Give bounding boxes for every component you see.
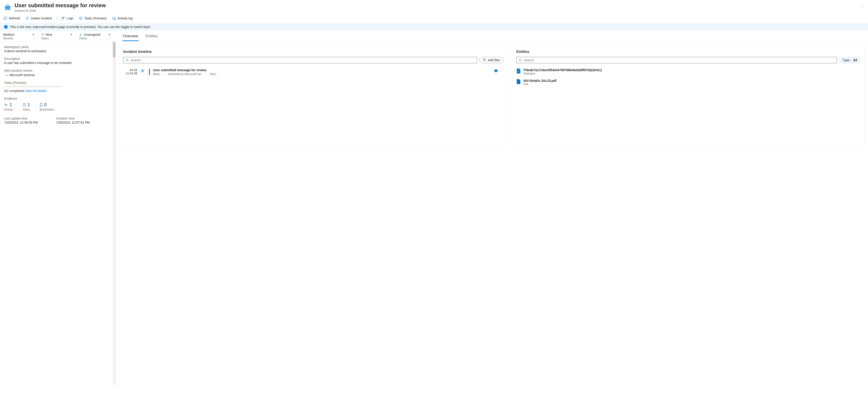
chevron-down-icon: ▼: [70, 33, 72, 36]
incident-icon: [4, 4, 11, 11]
preview-info-banner: i This is the new, improved incident pag…: [0, 23, 868, 31]
svg-point-25: [519, 59, 521, 61]
timeline-item-tactics: Tacti...: [210, 72, 218, 76]
incident-details-panel: Workspace name rl-demo-sentinel-la-works…: [0, 41, 116, 385]
entity-type-filter[interactable]: Type : All: [839, 57, 861, 63]
tab-overview[interactable]: Overview: [123, 33, 138, 41]
search-icon: [519, 59, 522, 62]
bookmark-icon: [39, 103, 43, 107]
alert-product-item: Microsoft Sentinel: [9, 73, 112, 77]
workspace-name-value: rl-demo-sentinel-la-workspace: [4, 49, 112, 53]
timeline-item-time: 11:52:49: [123, 72, 137, 75]
refresh-button[interactable]: Refresh: [1, 15, 23, 22]
timeline-title: Incident timeline: [123, 50, 504, 54]
tasks-progress-bar: [4, 86, 63, 87]
svg-point-4: [63, 17, 64, 18]
svg-line-13: [43, 35, 43, 35]
svg-text:#: #: [518, 70, 519, 72]
device-icon: [494, 69, 498, 72]
logs-icon: [61, 17, 65, 20]
severity-selector[interactable]: Medium ▼ Severity: [0, 31, 38, 41]
entity-item-title: f78ede7a17c6ee3f54244759768646a528ff5762…: [524, 68, 861, 72]
svg-line-14: [43, 34, 43, 34]
status-selector[interactable]: New ▼ Status: [38, 31, 76, 41]
svg-rect-24: [495, 72, 497, 72]
timeline-item-severity: Medi...: [153, 72, 162, 76]
tasks-progress-text: 0/2 completed.: [4, 89, 25, 93]
severity-indicator: [149, 69, 150, 75]
svg-line-15: [42, 35, 42, 35]
scrollbar-thumb[interactable]: [113, 41, 116, 57]
trash-icon: [26, 17, 29, 20]
logs-button[interactable]: Logs: [59, 15, 76, 22]
creation-time-label: Creation time: [56, 117, 90, 120]
svg-rect-23: [494, 70, 498, 72]
incident-property-selectors: Medium ▼ Severity New ▼ Status Unassigne…: [0, 31, 116, 41]
description-value: A user has submitted a message to be rev…: [4, 61, 112, 65]
incident-timeline-card: Incident timeline Add filter: [119, 45, 508, 145]
search-icon: [126, 59, 129, 62]
activity-log-button[interactable]: Activity log: [110, 15, 135, 22]
entity-item-filehash[interactable]: # f78ede7a17c6ee3f54244759768646a528ff57…: [516, 66, 861, 77]
entity-item-file[interactable]: INV-Details-JUL23.pdf File: [516, 77, 861, 88]
person-icon: [79, 33, 82, 36]
timeline-item-more-button[interactable]: ···: [499, 68, 504, 74]
tab-entities[interactable]: Entities: [145, 33, 158, 41]
entity-item-type: FileHash: [524, 72, 861, 75]
timeline-search[interactable]: [123, 57, 477, 63]
owner-selector[interactable]: Unassigned ▼ Owner: [76, 31, 114, 41]
filter-icon: [483, 59, 486, 62]
last-update-label: Last update time: [4, 117, 38, 120]
banner-text: This is the new, improved incident page …: [10, 25, 151, 29]
timeline-item[interactable]: Jul 26 11:52:49 User submitted message f…: [123, 66, 504, 77]
status-new-icon: [41, 33, 44, 36]
add-filter-button[interactable]: Add filter: [479, 57, 504, 63]
shield-alert-icon: [23, 103, 26, 107]
creation-time-value: 7/26/2023, 12:57:52 PM: [56, 121, 90, 124]
evidence-bookmarks[interactable]: 0 Bookmarks: [39, 102, 54, 111]
last-update-value: 7/26/2023, 12:59:59 PM: [4, 121, 38, 124]
entities-title: Entities: [516, 50, 861, 54]
workspace-name-label: Workspace name: [4, 45, 112, 49]
main-content: Overview Entities Incident timeline Add: [116, 41, 868, 385]
page-title: User submitted message for review: [14, 2, 857, 9]
tasks-button[interactable]: Tasks (Preview): [76, 15, 110, 22]
svg-point-18: [24, 105, 25, 106]
timeline-search-input[interactable]: [131, 58, 475, 62]
evidence-alerts[interactable]: 1 Alerts: [23, 102, 30, 111]
svg-point-16: [80, 33, 81, 35]
entity-item-type: File: [524, 83, 861, 86]
chevron-down-icon: ▼: [108, 33, 111, 36]
evidence-label: Evidence: [4, 97, 112, 100]
info-icon: i: [4, 25, 8, 29]
entities-search[interactable]: [516, 57, 837, 63]
page-header: User submitted message for review Incide…: [0, 0, 868, 14]
activity-log-icon: [112, 17, 116, 20]
entities-search-input[interactable]: [524, 58, 835, 62]
timeline-item-title: User submitted message for review: [153, 68, 492, 72]
timeline-item-date: Jul 26: [123, 68, 137, 72]
description-label: Description: [4, 57, 112, 61]
pulse-icon: [4, 103, 8, 106]
scrollbar-track: [113, 41, 116, 385]
evidence-events[interactable]: 1 Events: [4, 102, 13, 111]
incident-id: Incident ID 2509: [14, 9, 857, 12]
tasks-label: Tasks (Preview): [4, 81, 112, 85]
incident-tabs: Overview Entities: [116, 31, 868, 41]
svg-rect-5: [80, 17, 82, 20]
svg-point-7: [114, 18, 116, 20]
svg-point-19: [126, 59, 128, 61]
chevron-down-icon: ▼: [32, 33, 35, 36]
svg-line-20: [128, 61, 129, 62]
refresh-icon: [4, 17, 7, 20]
entities-card: Entities Type : All #: [512, 45, 865, 145]
alert-product-names-label: Alert product names: [4, 69, 112, 72]
timeline-item-detected-by: Detected by Microsoft Se...: [168, 72, 203, 76]
svg-line-26: [521, 61, 522, 62]
delete-incident-button[interactable]: Delete incident: [23, 15, 55, 22]
header-more-button[interactable]: ···: [861, 4, 864, 9]
shield-icon: [140, 68, 145, 74]
svg-line-12: [42, 34, 42, 34]
command-bar: Refresh Delete incident Logs Tasks (Prev…: [0, 14, 868, 23]
view-full-details-link[interactable]: View full details: [25, 89, 46, 93]
